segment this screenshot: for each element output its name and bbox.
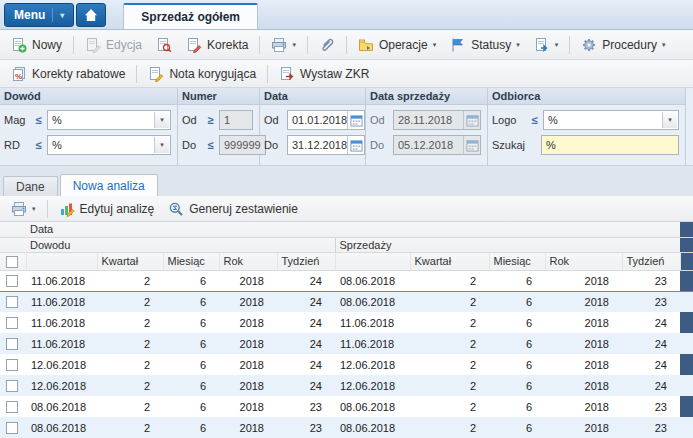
column-header-miesiac[interactable]: Miesiąc: [163, 252, 219, 270]
grid-cell: 6: [163, 354, 219, 375]
recipient-search-input[interactable]: %: [541, 135, 679, 155]
chevron-down-icon[interactable]: ▾: [154, 137, 169, 153]
date-from-value: 01.01.2018: [288, 114, 347, 126]
dropdown-caret-icon: ▾: [555, 41, 559, 48]
row-checkbox[interactable]: [6, 275, 18, 287]
date-to-value: 31.12.2018: [288, 139, 347, 151]
column-header-kwartal-2[interactable]: Kwartał: [410, 252, 489, 270]
mag-select[interactable]: % ▾: [47, 110, 171, 130]
rd-operator[interactable]: ≤: [33, 139, 44, 151]
column-header-kwartal[interactable]: Kwartał: [97, 252, 163, 270]
group-header-data[interactable]: Data: [26, 222, 680, 237]
number-to-input[interactable]: 999999: [219, 135, 266, 155]
correction-button[interactable]: Korekta: [179, 33, 255, 57]
grid-cell: 08.06.2018: [26, 396, 97, 417]
grid-row[interactable]: 11.06.20182620182408.06.201826201823: [0, 270, 693, 291]
grid-cell: 23: [622, 417, 680, 438]
grid-cell: 08.06.2018: [335, 291, 410, 312]
procedures-button[interactable]: Procedury ▾: [574, 33, 672, 57]
cut-off-column-header: [680, 237, 693, 252]
grid-row[interactable]: 08.06.20182620182308.06.201826201823: [0, 417, 693, 438]
calendar-icon[interactable]: [463, 111, 480, 129]
print-button[interactable]: ▾: [264, 33, 303, 57]
column-header-miesiac-2[interactable]: Miesiąc: [489, 252, 545, 270]
column-header-rok-2[interactable]: Rok: [545, 252, 622, 270]
sale-date-from-label: Od: [370, 114, 390, 126]
grid-cell: 2: [410, 333, 489, 354]
tab-nowa-analiza[interactable]: Nowa analiza: [60, 174, 158, 196]
date-to-input[interactable]: 31.12.2018: [287, 135, 365, 155]
row-checkbox[interactable]: [6, 422, 18, 434]
edit-analysis-button[interactable]: Edytuj analizę: [52, 197, 162, 221]
filter-row-sale-date-to: Do 05.12.2018: [366, 135, 487, 155]
sale-date-from-input[interactable]: 28.11.2018: [393, 110, 481, 130]
number-from-operator[interactable]: ≥: [205, 114, 216, 126]
search-label: Szukaj: [492, 139, 538, 151]
generate-report-button[interactable]: Generuj zestawienie: [161, 197, 305, 221]
edit-button[interactable]: Edycja: [78, 33, 149, 57]
document-tab[interactable]: Sprzedaż ogółem: [123, 3, 258, 29]
grid-row[interactable]: 12.06.20182620182412.06.201826201824: [0, 354, 693, 375]
print-analysis-button[interactable]: ▾: [4, 197, 43, 221]
calendar-icon[interactable]: [347, 111, 364, 129]
logo-select[interactable]: % ▾: [543, 110, 679, 130]
grid-cell: 2: [97, 270, 163, 291]
correcting-note-button[interactable]: Nota korygująca: [141, 62, 263, 86]
results-grid: Data Dowodu Sprzedaży Kwartał Miesiąc Ro…: [0, 222, 693, 438]
new-button[interactable]: Nowy: [4, 33, 69, 57]
number-from-input[interactable]: 1: [219, 110, 253, 130]
calendar-icon[interactable]: [463, 136, 480, 154]
column-header-dowodu-date[interactable]: [26, 252, 97, 270]
column-header-tydzien-2[interactable]: Tydzień: [622, 252, 680, 270]
grid-row[interactable]: 11.06.20182620182408.06.201826201823: [0, 291, 693, 312]
home-button[interactable]: [76, 3, 106, 27]
grid-cell: 11.06.2018: [26, 291, 97, 312]
preview-document-button[interactable]: [149, 33, 179, 57]
grid-row[interactable]: 11.06.20182620182411.06.201826201824: [0, 333, 693, 354]
select-all-checkbox[interactable]: [6, 256, 18, 268]
grid-body: 11.06.20182620182408.06.20182620182311.0…: [0, 270, 693, 438]
export-document-icon: [534, 37, 550, 53]
tab-dane[interactable]: Dane: [3, 176, 58, 196]
column-header-sprzedazy-date[interactable]: [335, 252, 410, 270]
discount-corrections-button[interactable]: % Korekty rabatowe: [4, 62, 132, 86]
subgroup-header-dowodu[interactable]: Dowodu: [26, 237, 335, 252]
grid-row[interactable]: 11.06.20182620182411.06.201826201824: [0, 312, 693, 333]
calendar-icon[interactable]: [347, 136, 364, 154]
attachments-button[interactable]: [312, 33, 342, 57]
row-checkbox[interactable]: [6, 296, 18, 308]
subgroup-header-sprzedazy[interactable]: Sprzedaży: [335, 237, 680, 252]
grid-cell: 2018: [219, 417, 277, 438]
mag-operator[interactable]: ≤: [33, 114, 44, 126]
row-checkbox[interactable]: [6, 359, 18, 371]
row-select-cell: [0, 354, 26, 375]
chevron-down-icon[interactable]: ▾: [154, 112, 169, 128]
grid-cell: 2: [97, 396, 163, 417]
sale-date-to-input[interactable]: 05.12.2018: [393, 135, 481, 155]
number-to-operator[interactable]: ≤: [205, 139, 216, 151]
header-spacer: [0, 222, 26, 237]
menu-button[interactable]: Menu ▾: [4, 3, 74, 27]
grid-row[interactable]: 12.06.20182620182412.06.201826201824: [0, 375, 693, 396]
preview-document-icon: [156, 37, 172, 53]
statuses-button[interactable]: Statusy ▾: [443, 33, 527, 57]
row-checkbox[interactable]: [6, 317, 18, 329]
grid-row[interactable]: 08.06.20182620182308.06.201826201823: [0, 396, 693, 417]
chevron-down-icon[interactable]: ▾: [662, 112, 677, 128]
rd-select[interactable]: % ▾: [47, 135, 171, 155]
date-from-input[interactable]: 01.01.2018: [287, 110, 365, 130]
grid-cell: 24: [622, 312, 680, 333]
cut-off-column-cell: [680, 354, 693, 375]
operations-button[interactable]: Operacje ▾: [351, 33, 443, 57]
issue-zkr-button[interactable]: Wystaw ZKR: [272, 62, 376, 86]
row-checkbox[interactable]: [6, 401, 18, 413]
row-select-cell: [0, 375, 26, 396]
logo-operator[interactable]: ≤: [529, 114, 540, 126]
column-header-rok[interactable]: Rok: [219, 252, 277, 270]
grid-cell: 08.06.2018: [335, 396, 410, 417]
column-header-tydzien[interactable]: Tydzień: [277, 252, 335, 270]
row-checkbox[interactable]: [6, 380, 18, 392]
grid-cell: 2: [410, 396, 489, 417]
row-checkbox[interactable]: [6, 338, 18, 350]
export-document-button[interactable]: ▾: [527, 33, 566, 57]
